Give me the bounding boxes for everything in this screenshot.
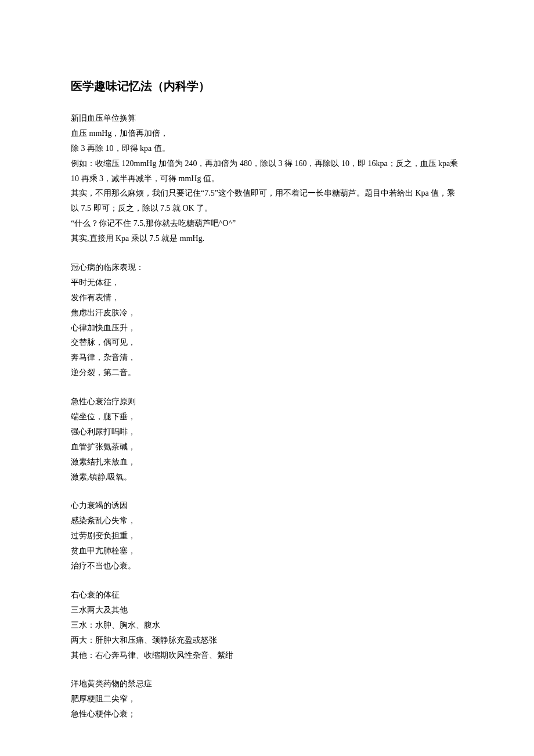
text-line: 其实,直接用 Kpa 乘以 7.5 就是 mmHg. — [71, 231, 463, 246]
text-line: 焦虑出汗皮肤冷， — [71, 305, 463, 321]
text-line: 洋地黄类药物的禁忌症 — [71, 676, 463, 692]
text-line: 除 3 再除 10，即得 kpa 值。 — [71, 141, 463, 156]
text-line: 其实，不用那么麻烦，我们只要记住“7.5”这个数值即可，用不着记一长串糖葫芦。题… — [71, 186, 463, 216]
section: 冠心病的临床表现：平时无体征，发作有表情，焦虑出汗皮肤冷，心律加快血压升，交替脉… — [71, 260, 463, 380]
page-title: 医学趣味记忆法（内科学） — [71, 75, 463, 97]
text-line: “什么？你记不住 7.5,那你就去吃糖葫芦吧^O^” — [71, 216, 463, 231]
text-line: 逆分裂，第二音。 — [71, 365, 463, 380]
text-line: 三水：水肿、胸水、腹水 — [71, 618, 463, 633]
text-line: 血管扩张氨茶碱， — [71, 440, 463, 455]
text-line: 发作有表情， — [71, 290, 463, 305]
text-line: 治疗不当也心衰。 — [71, 559, 463, 574]
text-line: 急性心梗伴心衰； — [71, 707, 463, 722]
text-line: 冠心病的临床表现： — [71, 260, 463, 275]
text-line: 奔马律，杂音清， — [71, 350, 463, 365]
text-line: 新旧血压单位换算 — [71, 111, 463, 126]
text-line: 激素结扎来放血， — [71, 455, 463, 470]
text-line: 端坐位，腿下垂， — [71, 409, 463, 424]
text-line: 血压 mmHg，加倍再加倍， — [71, 126, 463, 141]
text-line: 交替脉，偶可见， — [71, 335, 463, 350]
content-body: 新旧血压单位换算血压 mmHg，加倍再加倍，除 3 再除 10，即得 kpa 值… — [71, 111, 463, 722]
text-line: 右心衰的体征 — [71, 588, 463, 603]
text-line: 激素,镇静,吸氧。 — [71, 470, 463, 485]
text-line: 感染紊乱心失常， — [71, 513, 463, 528]
section: 心力衰竭的诱因感染紊乱心失常，过劳剧变负担重，贫血甲亢肺栓塞，治疗不当也心衰。 — [71, 498, 463, 573]
text-line: 心律加快血压升， — [71, 321, 463, 336]
text-line: 急性心衰治疗原则 — [71, 394, 463, 409]
section: 右心衰的体征三水两大及其他三水：水肿、胸水、腹水两大：肝肿大和压痛、颈静脉充盈或… — [71, 588, 463, 663]
text-line: 例如：收缩压 120mmHg 加倍为 240，再加倍为 480，除以 3 得 1… — [71, 156, 463, 186]
text-line: 三水两大及其他 — [71, 603, 463, 618]
text-line: 平时无体征， — [71, 275, 463, 290]
section: 新旧血压单位换算血压 mmHg，加倍再加倍，除 3 再除 10，即得 kpa 值… — [71, 111, 463, 246]
section: 洋地黄类药物的禁忌症肥厚梗阻二尖窄，急性心梗伴心衰； — [71, 676, 463, 722]
text-line: 过劳剧变负担重， — [71, 528, 463, 543]
text-line: 心力衰竭的诱因 — [71, 498, 463, 513]
text-line: 其他：右心奔马律、收缩期吹风性杂音、紫绀 — [71, 648, 463, 663]
text-line: 强心利尿打吗啡， — [71, 424, 463, 440]
text-line: 肥厚梗阻二尖窄， — [71, 692, 463, 707]
text-line: 贫血甲亢肺栓塞， — [71, 543, 463, 559]
section: 急性心衰治疗原则端坐位，腿下垂，强心利尿打吗啡，血管扩张氨茶碱，激素结扎来放血，… — [71, 394, 463, 484]
text-line: 两大：肝肿大和压痛、颈静脉充盈或怒张 — [71, 633, 463, 648]
